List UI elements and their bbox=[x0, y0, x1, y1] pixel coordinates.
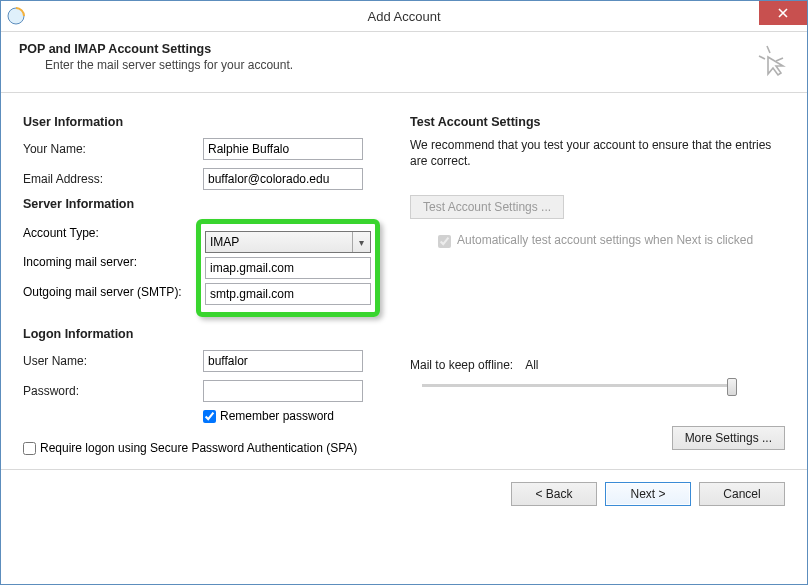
mail-keep-label: Mail to keep offline: bbox=[410, 358, 513, 372]
chevron-down-icon: ▾ bbox=[352, 232, 370, 252]
password-label: Password: bbox=[23, 384, 203, 398]
dialog-header: POP and IMAP Account Settings Enter the … bbox=[1, 31, 807, 93]
remember-password-checkbox[interactable] bbox=[203, 410, 216, 423]
header-title: POP and IMAP Account Settings bbox=[19, 42, 745, 56]
slider-track bbox=[422, 384, 732, 387]
auto-test-checkbox[interactable] bbox=[438, 235, 451, 248]
close-button[interactable] bbox=[759, 1, 807, 25]
mail-keep-slider[interactable] bbox=[422, 378, 732, 396]
section-logon-info: Logon Information bbox=[23, 327, 398, 341]
close-icon bbox=[778, 8, 788, 18]
section-test-settings: Test Account Settings bbox=[410, 115, 785, 129]
your-name-input[interactable] bbox=[203, 138, 363, 160]
your-name-label: Your Name: bbox=[23, 142, 203, 156]
outgoing-label: Outgoing mail server (SMTP): bbox=[23, 277, 203, 307]
back-button[interactable]: < Back bbox=[511, 482, 597, 506]
dialog-footer: < Back Next > Cancel bbox=[1, 469, 807, 520]
cancel-button[interactable]: Cancel bbox=[699, 482, 785, 506]
auto-test-label: Automatically test account settings when… bbox=[457, 233, 753, 247]
header-subtitle: Enter the mail server settings for your … bbox=[45, 58, 745, 72]
email-label: Email Address: bbox=[23, 172, 203, 186]
incoming-label: Incoming mail server: bbox=[23, 247, 203, 277]
email-input[interactable] bbox=[203, 168, 363, 190]
test-recommend-text: We recommend that you test your account … bbox=[410, 137, 785, 169]
left-column: User Information Your Name: Email Addres… bbox=[23, 109, 398, 455]
app-icon bbox=[7, 7, 25, 25]
test-account-button[interactable]: Test Account Settings ... bbox=[410, 195, 564, 219]
remember-password-label: Remember password bbox=[220, 409, 334, 423]
more-settings-button[interactable]: More Settings ... bbox=[672, 426, 785, 450]
mail-keep-value: All bbox=[525, 358, 538, 372]
cursor-icon bbox=[753, 42, 789, 78]
account-type-label: Account Type: bbox=[23, 219, 203, 247]
next-button[interactable]: Next > bbox=[605, 482, 691, 506]
section-user-info: User Information bbox=[23, 115, 398, 129]
section-server-info: Server Information bbox=[23, 197, 398, 211]
username-input[interactable] bbox=[203, 350, 363, 372]
account-type-select[interactable]: IMAP ▾ bbox=[205, 231, 371, 253]
server-fields-highlight: IMAP ▾ bbox=[196, 219, 380, 317]
slider-thumb[interactable] bbox=[727, 378, 737, 396]
window-title: Add Account bbox=[1, 9, 807, 24]
incoming-server-input[interactable] bbox=[205, 257, 371, 279]
spa-label: Require logon using Secure Password Auth… bbox=[40, 441, 357, 455]
password-input[interactable] bbox=[203, 380, 363, 402]
spa-checkbox[interactable] bbox=[23, 442, 36, 455]
right-column: Test Account Settings We recommend that … bbox=[410, 109, 785, 455]
outgoing-server-input[interactable] bbox=[205, 283, 371, 305]
username-label: User Name: bbox=[23, 354, 203, 368]
window-titlebar: Add Account bbox=[1, 1, 807, 31]
account-type-value: IMAP bbox=[210, 235, 239, 249]
